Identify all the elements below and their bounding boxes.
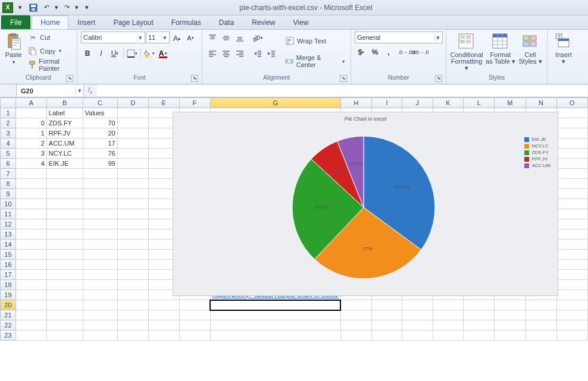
insert-cells-button[interactable]: + Insert▾ — [551, 32, 576, 65]
cell[interactable] — [83, 310, 117, 320]
cell[interactable] — [46, 290, 83, 300]
cell[interactable] — [46, 300, 83, 310]
increase-indent-button[interactable] — [265, 47, 278, 60]
undo-icon[interactable]: ↶ — [40, 2, 52, 13]
cell[interactable]: 0 — [15, 118, 46, 128]
cell[interactable] — [117, 118, 148, 128]
cell[interactable]: EIK.JE — [46, 159, 83, 169]
shrink-font-button[interactable]: A▾ — [184, 32, 197, 45]
column-header[interactable]: A — [15, 98, 46, 108]
cell[interactable] — [117, 310, 148, 320]
cell[interactable] — [83, 290, 117, 300]
copy-button[interactable]: Copy▾ — [26, 45, 73, 57]
row-header[interactable]: 4 — [1, 138, 16, 149]
cell[interactable] — [15, 189, 46, 199]
name-box[interactable]: G20 ▾ — [17, 85, 84, 96]
cell[interactable] — [117, 300, 148, 310]
italic-button[interactable]: I — [95, 47, 108, 60]
row-header[interactable]: 9 — [1, 189, 16, 199]
number-launcher-icon[interactable]: ⬊ — [435, 75, 442, 82]
tab-data[interactable]: Data — [210, 15, 243, 29]
cell[interactable] — [556, 300, 587, 310]
cell[interactable] — [83, 169, 117, 179]
cell[interactable] — [117, 240, 148, 250]
cell[interactable] — [556, 159, 587, 169]
cell[interactable] — [464, 300, 495, 310]
cell[interactable] — [495, 310, 526, 320]
row-header[interactable]: 16 — [1, 260, 16, 270]
cell[interactable] — [464, 320, 495, 330]
cell[interactable] — [556, 169, 587, 179]
cell[interactable] — [15, 179, 46, 189]
merge-dropdown-icon[interactable]: ▾ — [342, 59, 345, 64]
cell[interactable]: 99 — [83, 159, 117, 169]
cell[interactable] — [83, 250, 117, 260]
cell[interactable] — [556, 260, 587, 270]
tab-formulas[interactable]: Formulas — [162, 15, 210, 29]
cell[interactable] — [556, 138, 587, 149]
cell[interactable] — [46, 209, 83, 219]
cell[interactable] — [179, 330, 210, 341]
row-header[interactable]: 17 — [1, 270, 16, 280]
cell[interactable] — [46, 280, 83, 290]
column-header[interactable]: I — [372, 98, 402, 108]
cell[interactable] — [15, 310, 46, 320]
row-header[interactable]: 18 — [1, 280, 16, 290]
select-all-corner[interactable] — [1, 98, 16, 108]
cell[interactable] — [433, 310, 464, 320]
cell[interactable] — [83, 270, 117, 280]
row-header[interactable]: 23 — [1, 330, 16, 341]
cell[interactable] — [340, 300, 371, 310]
cell[interactable]: RPF.JV — [46, 128, 83, 138]
redo-dropdown[interactable]: ▾ — [74, 2, 80, 13]
cell[interactable] — [556, 330, 587, 341]
format-as-table-button[interactable]: Formatas Table ▾ — [486, 32, 515, 65]
cut-button[interactable]: ✂Cut — [26, 32, 73, 43]
cell[interactable] — [556, 149, 587, 159]
pie-chart[interactable]: Pie Chart in excel 35.11%27%24.8%7.09%6.… — [173, 112, 558, 296]
cell[interactable] — [433, 300, 464, 310]
cell[interactable] — [556, 118, 587, 128]
cell[interactable] — [15, 320, 46, 330]
cell[interactable] — [148, 320, 179, 330]
cell[interactable] — [117, 108, 148, 118]
cell[interactable] — [117, 128, 148, 138]
cell[interactable] — [46, 260, 83, 270]
cell[interactable] — [15, 169, 46, 179]
cell[interactable]: 2 — [15, 138, 46, 149]
name-box-dropdown-icon[interactable]: ▾ — [75, 87, 83, 95]
align-right-button[interactable] — [233, 47, 246, 60]
cell[interactable] — [148, 300, 179, 310]
cell[interactable] — [402, 320, 433, 330]
customize-qat-icon[interactable]: ▾ — [81, 2, 93, 13]
cell[interactable] — [117, 169, 148, 179]
tab-page-layout[interactable]: Page Layout — [104, 15, 162, 29]
cell[interactable] — [83, 229, 117, 240]
paste-button[interactable]: Paste ▾ — [4, 32, 23, 65]
cell[interactable] — [556, 229, 587, 240]
cell[interactable] — [372, 330, 402, 341]
column-header[interactable]: M — [495, 98, 526, 108]
align-left-button[interactable] — [206, 47, 219, 60]
cell[interactable] — [556, 240, 587, 250]
cell[interactable] — [46, 270, 83, 280]
cell[interactable] — [83, 240, 117, 250]
accounting-format-button[interactable]: $▾ — [355, 46, 368, 59]
worksheet-grid[interactable]: ABCDEFGHIJKLMNO1LabelValues20ZDS.FY7031R… — [0, 97, 588, 381]
align-center-button[interactable] — [220, 47, 233, 60]
cell[interactable] — [556, 290, 587, 300]
cell[interactable] — [433, 320, 464, 330]
wrap-text-button[interactable]: abcWrap Text — [283, 35, 347, 47]
cell[interactable] — [117, 229, 148, 240]
merge-center-button[interactable]: Merge & Center▾ — [283, 55, 347, 67]
cell[interactable] — [46, 189, 83, 199]
row-header[interactable]: 6 — [1, 159, 16, 169]
cell[interactable] — [117, 250, 148, 260]
grow-font-button[interactable]: A▴ — [170, 32, 183, 45]
cell[interactable] — [402, 310, 433, 320]
cell[interactable] — [83, 209, 117, 219]
cell[interactable] — [117, 280, 148, 290]
cell[interactable] — [340, 310, 371, 320]
decrease-decimal-button[interactable]: .00→.0 — [414, 46, 427, 59]
cell[interactable] — [15, 300, 46, 310]
